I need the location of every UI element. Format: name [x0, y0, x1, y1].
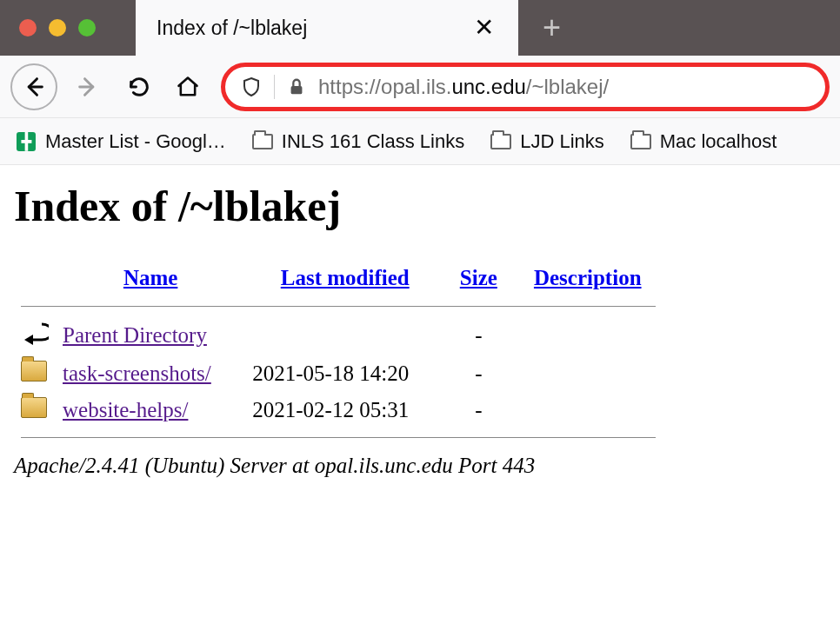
- arrow-right-icon: [76, 75, 100, 99]
- bookmark-label: LJD Links: [520, 130, 604, 153]
- column-last-modified[interactable]: Last modified: [281, 266, 410, 289]
- bookmark-label: Mac localhost: [660, 130, 777, 153]
- table-header-row: Name Last modified Size Description: [14, 259, 663, 297]
- lock-icon: [287, 77, 306, 96]
- reload-button[interactable]: [118, 66, 160, 108]
- close-tab-icon[interactable]: ✕: [470, 12, 497, 43]
- reload-icon: [127, 75, 151, 99]
- bookmark-inls-161[interactable]: INLS 161 Class Links: [252, 130, 464, 153]
- table-row: task-screenshots/ 2021-05-18 14:20 -: [14, 355, 663, 392]
- arrow-left-icon: [22, 75, 46, 99]
- window-controls: [0, 19, 136, 36]
- divider: [21, 437, 656, 438]
- table-row: website-helps/ 2021-02-12 05:31 -: [14, 392, 663, 428]
- size-cell: -: [444, 392, 512, 428]
- bookmark-ljd-links[interactable]: LJD Links: [490, 130, 604, 153]
- home-button[interactable]: [167, 66, 209, 108]
- bookmark-master-list[interactable]: ╋ Master List - Googl…: [16, 130, 226, 153]
- back-button[interactable]: [10, 63, 57, 110]
- browser-tab[interactable]: Index of /~lblakej ✕: [136, 0, 518, 56]
- size-cell: -: [444, 315, 512, 355]
- maximize-window-button[interactable]: [78, 19, 96, 36]
- back-arrow-icon: [21, 321, 49, 345]
- parent-directory-link[interactable]: Parent Directory: [63, 323, 207, 347]
- minimize-window-button[interactable]: [49, 19, 66, 36]
- titlebar: Index of /~lblakej ✕ +: [0, 0, 840, 56]
- column-name[interactable]: Name: [123, 266, 177, 289]
- svg-rect-2: [291, 86, 303, 94]
- page-content: Index of /~lblakej Name Last modified Si…: [0, 165, 840, 494]
- folder-icon: [630, 131, 651, 152]
- table-row: Parent Directory -: [14, 315, 663, 355]
- directory-link[interactable]: website-helps/: [63, 398, 188, 421]
- bookmark-label: Master List - Googl…: [45, 130, 226, 153]
- bookmarks-bar: ╋ Master List - Googl… INLS 161 Class Li…: [0, 118, 840, 165]
- column-description[interactable]: Description: [534, 266, 642, 289]
- shield-icon: [241, 76, 262, 97]
- address-bar[interactable]: https://opal.ils.unc.edu/~lblakej/: [221, 63, 830, 111]
- directory-listing-table: Name Last modified Size Description Pare…: [14, 259, 663, 447]
- url-text: https://opal.ils.unc.edu/~lblakej/: [318, 75, 609, 99]
- bookmark-mac-localhost[interactable]: Mac localhost: [630, 130, 777, 153]
- last-modified-cell: 2021-02-12 05:31: [245, 392, 444, 428]
- forward-button[interactable]: [64, 63, 111, 110]
- divider: [21, 306, 656, 307]
- bookmark-label: INLS 161 Class Links: [282, 130, 464, 153]
- last-modified-cell: 2021-05-18 14:20: [245, 355, 444, 392]
- sheets-icon: ╋: [16, 131, 37, 152]
- tab-title: Index of /~lblakej: [157, 17, 307, 40]
- column-size[interactable]: Size: [460, 266, 497, 289]
- size-cell: -: [444, 355, 512, 392]
- home-icon: [176, 75, 200, 99]
- page-heading: Index of /~lblakej: [14, 181, 826, 231]
- server-footer: Apache/2.4.41 (Ubuntu) Server at opal.il…: [14, 454, 826, 478]
- folder-icon: [21, 397, 47, 418]
- folder-icon: [252, 131, 273, 152]
- navigation-toolbar: https://opal.ils.unc.edu/~lblakej/: [0, 56, 840, 118]
- divider: [274, 75, 275, 99]
- new-tab-button[interactable]: +: [518, 12, 585, 43]
- folder-icon: [490, 131, 511, 152]
- folder-icon: [21, 361, 47, 381]
- close-window-button[interactable]: [19, 19, 37, 36]
- directory-link[interactable]: task-screenshots/: [63, 362, 211, 385]
